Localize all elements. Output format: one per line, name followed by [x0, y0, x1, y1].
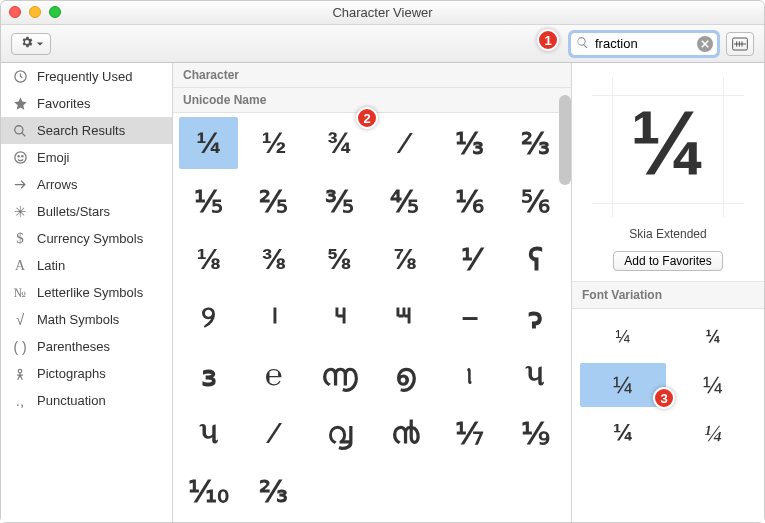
sidebar-item-search-results[interactable]: Search Results — [1, 117, 172, 144]
font-name-label: Skia Extended — [572, 227, 764, 241]
detail-panel: ¼ Skia Extended Add to Favorites Font Va… — [572, 63, 764, 522]
glyph-cell[interactable]: ૫ — [506, 349, 565, 401]
font-variation-cell[interactable]: ¼ — [670, 411, 756, 455]
glyph-cell[interactable]: ౻ — [375, 291, 434, 343]
glyph-cell[interactable]: ⁄ — [375, 117, 434, 169]
action-menu-button[interactable] — [11, 33, 51, 55]
glyph-cell[interactable]: ⅘ — [375, 175, 434, 227]
svg-point-2 — [15, 125, 23, 133]
sidebar-item-math-symbols[interactable]: √Math Symbols — [1, 306, 172, 333]
clear-search-button[interactable] — [697, 36, 713, 52]
sidebar-item-label: Punctuation — [37, 393, 106, 408]
glyph-cell[interactable]: ⅕ — [179, 175, 238, 227]
glyph-cell[interactable]: – — [440, 291, 499, 343]
sqrt-icon: √ — [11, 311, 29, 328]
sidebar-item-label: Currency Symbols — [37, 231, 143, 246]
glyph-cell[interactable]: ⁄ — [244, 407, 303, 459]
svg-point-4 — [18, 156, 19, 157]
sidebar-item-favorites[interactable]: Favorites — [1, 90, 172, 117]
sidebar-item-emoji[interactable]: Emoji — [1, 144, 172, 171]
add-to-favorites-button[interactable]: Add to Favorites — [613, 251, 722, 271]
glyph-cell[interactable]: ౺ — [310, 291, 369, 343]
sidebar-item-bullets-stars[interactable]: ✳︎Bullets/Stars — [1, 198, 172, 225]
glyph-cell[interactable]: ℮ — [244, 349, 303, 401]
glyph-cell[interactable]: ⅛ — [179, 233, 238, 285]
titlebar: Character Viewer — [1, 1, 764, 25]
svg-point-6 — [18, 369, 22, 373]
toolbar — [1, 25, 764, 63]
glyph-cell[interactable]: ⅞ — [375, 233, 434, 285]
character-grid: ¼½¾⁄⅓⅔⅕⅖⅗⅘⅙⅚⅛⅜⅝⅞⅟ʕ୨౹౺౻–ɂɜ℮൬൭৷૫૫⁄൮൯⅐⅑⅒⅔ — [173, 113, 571, 522]
font-variation-cell[interactable]: ¼ — [580, 315, 666, 359]
sidebar-item-latin[interactable]: ALatin — [1, 252, 172, 279]
glyph-cell[interactable]: ⅜ — [244, 233, 303, 285]
sidebar-item-label: Bullets/Stars — [37, 204, 110, 219]
chevron-down-icon — [36, 36, 44, 51]
sidebar-item-label: Search Results — [37, 123, 125, 138]
window-title: Character Viewer — [332, 5, 432, 20]
letterA-icon: A — [11, 258, 29, 274]
glyph-cell[interactable]: ৷ — [440, 349, 499, 401]
glyph-cell[interactable]: ⅒ — [179, 465, 238, 517]
minimize-icon[interactable] — [29, 6, 41, 18]
font-variation-cell[interactable]: ¼ — [670, 315, 756, 359]
punct-icon: ., — [11, 392, 29, 409]
compact-view-button[interactable] — [726, 32, 754, 56]
glyph-cell[interactable]: ൭ — [375, 349, 434, 401]
glyph-cell[interactable]: ⅟ — [440, 233, 499, 285]
glyph-cell[interactable]: ൯ — [375, 407, 434, 459]
glyph-cell[interactable]: ⅗ — [310, 175, 369, 227]
scrollbar-thumb[interactable] — [559, 95, 571, 185]
glyph-cell[interactable]: ౹ — [244, 291, 303, 343]
glyph-cell[interactable]: ⅔ — [506, 117, 565, 169]
callout-1: 1 — [537, 29, 559, 51]
sidebar-item-pictographs[interactable]: Pictographs — [1, 360, 172, 387]
dollar-icon: $ — [11, 230, 29, 247]
font-variation-cell[interactable]: ¼ — [580, 411, 666, 455]
maximize-icon[interactable] — [49, 6, 61, 18]
sidebar-item-label: Math Symbols — [37, 312, 119, 327]
glyph-cell[interactable]: ⅙ — [440, 175, 499, 227]
font-variation-cell[interactable]: ¼ — [670, 363, 756, 407]
sidebar-item-label: Latin — [37, 258, 65, 273]
glyph-cell[interactable]: ¼ — [179, 117, 238, 169]
star-icon — [11, 96, 29, 111]
preview-glyph: ¼ — [630, 92, 705, 195]
clock-icon — [11, 69, 29, 84]
glyph-cell[interactable]: ⅚ — [506, 175, 565, 227]
sidebar-item-label: Parentheses — [37, 339, 110, 354]
sidebar-item-arrows[interactable]: Arrows — [1, 171, 172, 198]
glyph-cell[interactable]: ɜ — [179, 349, 238, 401]
glyph-cell[interactable]: ૫ — [179, 407, 238, 459]
smiley-icon — [11, 150, 29, 165]
svg-point-5 — [21, 156, 22, 157]
glyph-cell[interactable]: ⅖ — [244, 175, 303, 227]
picto-icon — [11, 367, 29, 381]
glyph-cell[interactable]: ⅓ — [440, 117, 499, 169]
sidebar: Frequently UsedFavoritesSearch ResultsEm… — [1, 63, 173, 522]
glyph-cell[interactable]: ⅑ — [506, 407, 565, 459]
glyph-cell[interactable]: ൬ — [310, 349, 369, 401]
sidebar-item-frequently-used[interactable]: Frequently Used — [1, 63, 172, 90]
glyph-cell[interactable]: ½ — [244, 117, 303, 169]
glyph-cell[interactable]: ୨ — [179, 291, 238, 343]
search-input[interactable] — [570, 32, 718, 56]
svg-point-3 — [14, 152, 25, 163]
sidebar-item-parentheses[interactable]: ( )Parentheses — [1, 333, 172, 360]
glyph-cell[interactable]: ɂ — [506, 291, 565, 343]
glyph-cell[interactable]: ⅔ — [244, 465, 303, 517]
glyph-cell[interactable]: ⅐ — [440, 407, 499, 459]
glyph-cell[interactable]: ൮ — [310, 407, 369, 459]
sidebar-item-currency-symbols[interactable]: $Currency Symbols — [1, 225, 172, 252]
arrow-icon — [11, 177, 29, 192]
character-preview: ¼ — [572, 63, 764, 223]
parens-icon: ( ) — [11, 339, 29, 355]
glyph-cell[interactable]: ʕ — [506, 233, 565, 285]
sidebar-item-punctuation[interactable]: .,Punctuation — [1, 387, 172, 414]
character-column: Character Unicode Name ¼½¾⁄⅓⅔⅕⅖⅗⅘⅙⅚⅛⅜⅝⅞⅟… — [173, 63, 572, 522]
sidebar-item-letterlike-symbols[interactable]: №Letterlike Symbols — [1, 279, 172, 306]
sidebar-item-label: Emoji — [37, 150, 70, 165]
close-icon[interactable] — [9, 6, 21, 18]
column-header-character: Character — [173, 63, 571, 88]
glyph-cell[interactable]: ⅝ — [310, 233, 369, 285]
